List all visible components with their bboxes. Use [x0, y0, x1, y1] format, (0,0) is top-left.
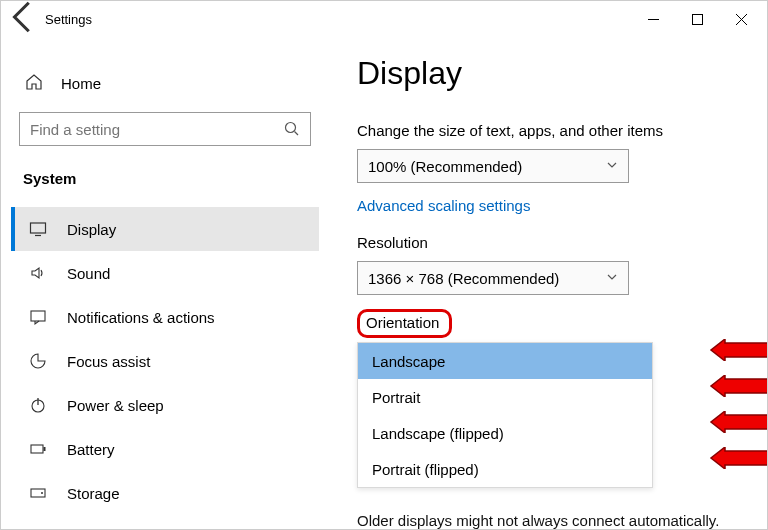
help-text: Older displays might not always connect … [357, 510, 741, 529]
search-icon [284, 121, 300, 140]
sidebar-item-power[interactable]: Power & sleep [11, 383, 319, 427]
main-panel: Display Change the size of text, apps, a… [331, 37, 767, 529]
display-icon [27, 220, 49, 238]
resolution-value: 1366 × 768 (Recommended) [368, 270, 559, 287]
svg-rect-1 [692, 14, 702, 24]
sidebar-item-notifications[interactable]: Notifications & actions [11, 295, 319, 339]
orientation-option-portrait-flipped[interactable]: Portrait (flipped) [358, 451, 652, 487]
section-heading: System [11, 154, 319, 197]
svg-rect-12 [44, 447, 46, 451]
sound-icon [27, 264, 49, 282]
resolution-dropdown[interactable]: 1366 × 768 (Recommended) [357, 261, 629, 295]
nav-label: Notifications & actions [67, 309, 215, 326]
orientation-option-landscape-flipped[interactable]: Landscape (flipped) [358, 415, 652, 451]
orientation-label: Orientation [357, 309, 452, 338]
sidebar-item-battery[interactable]: Battery [11, 427, 319, 471]
nav-label: Storage [67, 485, 120, 502]
search-input[interactable] [19, 112, 311, 146]
nav-label: Display [67, 221, 116, 238]
sidebar-item-display[interactable]: Display [11, 207, 319, 251]
sidebar-item-storage[interactable]: Storage [11, 471, 319, 515]
notifications-icon [27, 308, 49, 326]
power-icon [27, 396, 49, 414]
orientation-option-portrait[interactable]: Portrait [358, 379, 652, 415]
sidebar-item-focus[interactable]: Focus assist [11, 339, 319, 383]
orientation-option-landscape[interactable]: Landscape [358, 343, 652, 379]
nav-label: Sound [67, 265, 110, 282]
maximize-button[interactable] [675, 3, 719, 35]
resolution-label: Resolution [357, 234, 741, 251]
annotation-arrow [709, 411, 767, 433]
svg-rect-11 [31, 445, 43, 453]
annotation-arrow [709, 375, 767, 397]
chevron-down-icon [606, 159, 618, 174]
orientation-dropdown-open: Landscape Portrait Landscape (flipped) P… [357, 342, 653, 488]
focus-icon [27, 352, 49, 370]
back-button[interactable] [5, 0, 43, 40]
advanced-scaling-link[interactable]: Advanced scaling settings [357, 197, 741, 214]
scale-label: Change the size of text, apps, and other… [357, 122, 741, 139]
svg-point-4 [286, 123, 296, 133]
svg-line-5 [295, 132, 299, 136]
storage-icon [27, 484, 49, 502]
sidebar-item-sound[interactable]: Sound [11, 251, 319, 295]
nav-label: Focus assist [67, 353, 150, 370]
minimize-button[interactable] [631, 3, 675, 35]
home-link[interactable]: Home [11, 63, 319, 104]
svg-point-14 [41, 492, 43, 494]
close-button[interactable] [719, 3, 763, 35]
page-title: Display [357, 55, 741, 92]
svg-rect-8 [31, 311, 45, 321]
scale-value: 100% (Recommended) [368, 158, 522, 175]
sidebar: Home System Display Sound Notifications [1, 37, 331, 529]
home-icon [23, 73, 45, 94]
scale-dropdown[interactable]: 100% (Recommended) [357, 149, 629, 183]
annotation-arrow [709, 339, 767, 361]
window-title: Settings [45, 12, 92, 27]
nav-label: Power & sleep [67, 397, 164, 414]
home-label: Home [61, 75, 101, 92]
titlebar: Settings [1, 1, 767, 37]
nav-label: Battery [67, 441, 115, 458]
battery-icon [27, 440, 49, 458]
chevron-down-icon [606, 271, 618, 286]
search-field[interactable] [20, 121, 310, 138]
annotation-arrow [709, 447, 767, 469]
svg-rect-6 [31, 223, 46, 233]
